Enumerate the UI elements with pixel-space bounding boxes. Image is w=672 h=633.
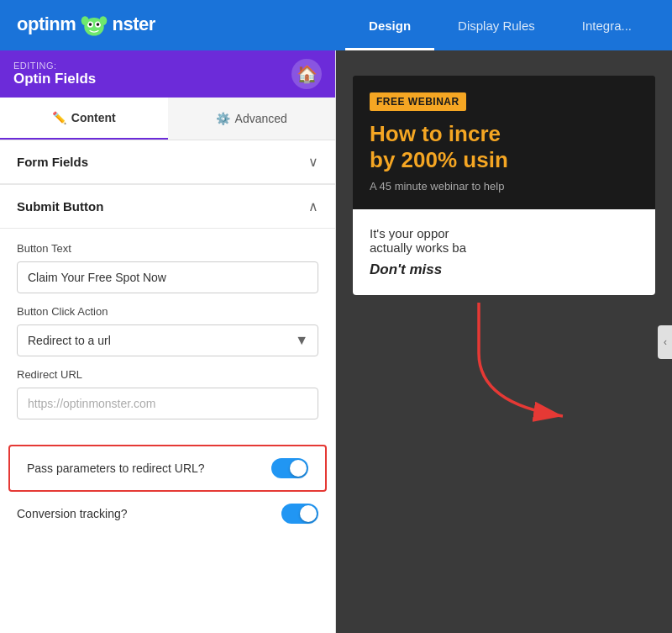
pencil-icon: ✏️ xyxy=(52,111,66,124)
form-area: Form Fields ∨ Submit Button ∧ Button Tex… xyxy=(0,140,335,633)
submit-button-chevron-icon: ∧ xyxy=(308,198,318,214)
webinar-banner: FREE WEBINAR How to incre by 200% usin A… xyxy=(353,76,655,209)
editing-title: Optin Fields xyxy=(13,71,96,87)
white-section: It's your opporactually works ba Don't m… xyxy=(353,209,655,295)
form-fields-section-header[interactable]: Form Fields ∨ xyxy=(0,140,335,184)
tab-display-rules[interactable]: Display Rules xyxy=(434,0,559,50)
conversion-tracking-toggle[interactable] xyxy=(281,504,318,524)
webinar-headline: How to incre by 200% usin xyxy=(370,121,638,173)
preview-card: FREE WEBINAR How to incre by 200% usin A… xyxy=(353,76,655,295)
sliders-icon: ⚙️ xyxy=(216,112,230,125)
toggle-knob xyxy=(290,460,307,477)
home-button[interactable]: 🏠 xyxy=(291,59,322,89)
tab-integrations[interactable]: Integra... xyxy=(559,0,655,50)
nav-tabs: Design Display Rules Integra... xyxy=(345,0,655,50)
top-navigation: optinm nster Design Display Rules Integr… xyxy=(0,0,672,50)
opportunity-text: It's your opporactually works ba xyxy=(370,226,638,255)
svg-point-3 xyxy=(89,23,92,26)
left-panel: EDITING: Optin Fields 🏠 ✏️ Content ⚙️ Ad… xyxy=(0,50,336,633)
button-text-input[interactable] xyxy=(17,261,318,293)
submit-button-content: Button Text Button Click Action Redirect… xyxy=(0,229,335,445)
right-preview: ‹ FREE WEBINAR How to incre by 200% usin… xyxy=(336,50,672,633)
tab-advanced[interactable]: ⚙️ Advanced xyxy=(168,98,336,140)
redirect-url-input[interactable] xyxy=(17,388,318,419)
headline-yellow-text: by 200% xyxy=(370,147,457,172)
toggle-knob-2 xyxy=(300,505,317,522)
webinar-sub-text: A 45 minute webinar to help xyxy=(370,180,638,193)
headline-white-text-2: usin xyxy=(463,147,507,172)
svg-point-5 xyxy=(81,16,89,25)
editing-info: EDITING: Optin Fields xyxy=(13,61,96,87)
red-arrow-annotation xyxy=(412,286,664,454)
logo-text: optinm nster xyxy=(17,10,155,40)
editing-header: EDITING: Optin Fields 🏠 xyxy=(0,50,335,98)
button-text-label: Button Text xyxy=(17,242,318,255)
submit-button-section-header[interactable]: Submit Button ∧ xyxy=(0,185,335,229)
pass-params-toggle[interactable] xyxy=(271,458,308,478)
panel-collapse-button[interactable]: ‹ xyxy=(658,325,672,359)
submit-button-title: Submit Button xyxy=(17,199,103,214)
sub-tabs: ✏️ Content ⚙️ Advanced xyxy=(0,98,335,140)
main-layout: EDITING: Optin Fields 🏠 ✏️ Content ⚙️ Ad… xyxy=(0,50,672,633)
dont-miss-text: Don't miss xyxy=(370,261,638,278)
redirect-url-label: Redirect URL xyxy=(17,368,318,381)
editing-label: EDITING: xyxy=(13,61,96,71)
conversion-tracking-label: Conversion tracking? xyxy=(17,507,128,520)
pass-params-label: Pass parameters to redirect URL? xyxy=(27,462,205,475)
conversion-tracking-toggle-row: Conversion tracking? xyxy=(0,492,335,535)
svg-point-4 xyxy=(97,23,100,26)
button-click-action-label: Button Click Action xyxy=(17,305,318,318)
button-click-action-select[interactable]: Redirect to a url Show success message C… xyxy=(17,324,318,356)
tab-design[interactable]: Design xyxy=(345,0,434,50)
free-webinar-badge: FREE WEBINAR xyxy=(370,92,466,111)
button-click-action-wrapper: Redirect to a url Show success message C… xyxy=(17,324,318,356)
form-fields-chevron-icon: ∨ xyxy=(308,154,318,170)
pass-params-toggle-row: Pass parameters to redirect URL? xyxy=(8,445,327,492)
form-fields-title: Form Fields xyxy=(17,155,88,169)
headline-white-text: How to incre xyxy=(370,121,501,146)
svg-point-6 xyxy=(99,16,107,25)
tab-content[interactable]: ✏️ Content xyxy=(0,98,168,140)
logo-area: optinm nster xyxy=(17,10,155,40)
